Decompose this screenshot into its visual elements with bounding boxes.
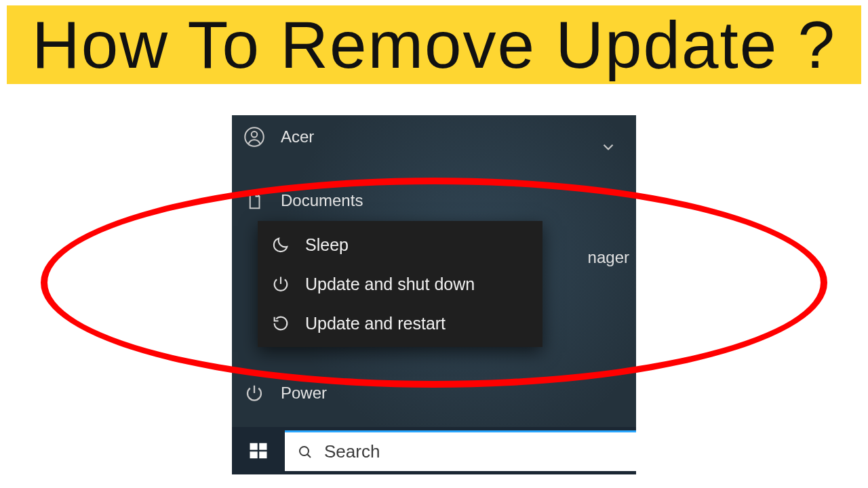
- power-row: Power: [232, 371, 496, 415]
- document-icon: [244, 190, 264, 211]
- power-icon: [244, 383, 264, 403]
- taskbar: Search: [232, 427, 636, 474]
- screenshot-panel: nager Acer Documents: [232, 115, 636, 474]
- title-banner: How To Remove Update ?: [7, 5, 861, 84]
- sleep-label: Sleep: [305, 235, 349, 255]
- svg-rect-3: [259, 443, 267, 450]
- update-shutdown-label: Update and shut down: [305, 274, 475, 294]
- svg-point-6: [300, 447, 309, 455]
- svg-rect-5: [259, 451, 267, 458]
- windows-icon: [248, 441, 269, 461]
- svg-rect-4: [250, 451, 258, 458]
- documents-label: Documents: [281, 191, 363, 210]
- chevron-down-icon[interactable]: [599, 138, 617, 156]
- svg-point-1: [252, 131, 258, 138]
- sleep-option[interactable]: Sleep: [258, 225, 542, 264]
- svg-rect-2: [250, 443, 258, 450]
- person-icon: [244, 127, 264, 147]
- svg-line-7: [307, 454, 311, 458]
- title-text: How To Remove Update ?: [32, 7, 836, 83]
- power-flyout: Sleep Update and shut down Update and re…: [258, 221, 542, 347]
- restart-icon: [271, 314, 290, 333]
- user-account-button[interactable]: Acer: [232, 115, 496, 159]
- power-button[interactable]: Power: [232, 371, 496, 415]
- start-button[interactable]: [232, 427, 285, 474]
- moon-icon: [271, 235, 290, 254]
- background-partial-text: nager: [588, 248, 636, 267]
- power-label: Power: [281, 384, 327, 403]
- update-restart-option[interactable]: Update and restart: [258, 304, 542, 343]
- user-name-label: Acer: [281, 127, 314, 146]
- search-icon: [297, 444, 313, 460]
- update-restart-label: Update and restart: [305, 314, 446, 333]
- update-shutdown-option[interactable]: Update and shut down: [258, 264, 542, 304]
- start-left-rail: Acer Documents: [232, 115, 496, 222]
- search-placeholder: Search: [324, 441, 380, 462]
- power-icon: [271, 274, 290, 293]
- documents-button[interactable]: Documents: [232, 179, 496, 222]
- search-input[interactable]: Search: [285, 430, 636, 471]
